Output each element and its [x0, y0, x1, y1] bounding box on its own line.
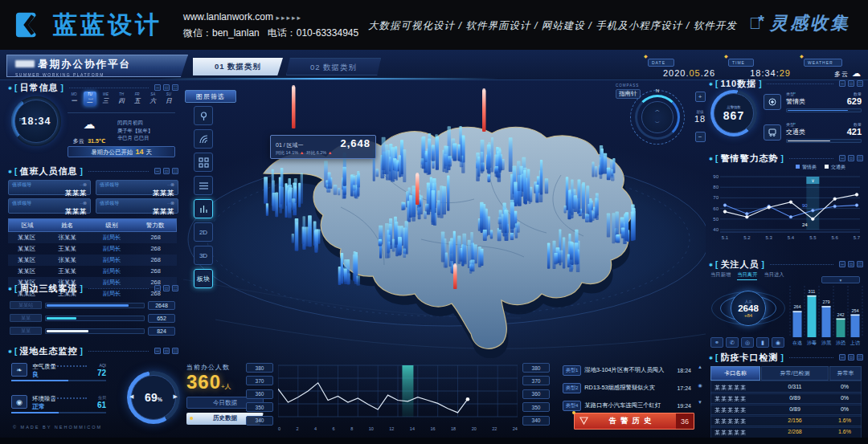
alarm-count: 629: [847, 96, 862, 106]
tab-data-category-1[interactable]: 01 数据类别: [193, 58, 283, 75]
compass-widget: COMPASS 指南针 N ︿ ﹀ + 层级 18 −: [616, 84, 706, 153]
panel-header-focus: ✱[关注人员] ─□⛶: [709, 259, 863, 270]
window-controls[interactable]: ─□⛶: [839, 261, 863, 267]
tab-data-category-2[interactable]: 02 数据类别: [286, 58, 381, 75]
flow-bar-fill: [47, 330, 88, 332]
duty-card[interactable]: 值班领导··⊗ 某某某: [8, 180, 91, 195]
layer-pin-button[interactable]: [194, 106, 213, 125]
weekday-su[interactable]: SU日: [162, 92, 175, 106]
panel-header-110: ✱[110数据] ─□⛶: [709, 78, 863, 89]
alerts-scroll-up[interactable]: ▲: [696, 365, 704, 369]
office-x-tick: 12: [389, 426, 394, 431]
compass-dial[interactable]: N ︿ ﹀: [630, 90, 685, 145]
alert-time: 18:24: [677, 368, 691, 373]
battery-icon[interactable]: ▮: [756, 337, 769, 348]
compass-zh-label: 指南针: [616, 89, 641, 99]
tab-entered-today[interactable]: 当日进入: [764, 271, 784, 280]
office-count-value: 360+人: [186, 371, 231, 393]
logo[interactable]: 蓝蓝设计: [14, 9, 162, 42]
gauge-right-arrow[interactable]: ▶: [174, 393, 178, 400]
office-y-tick: 370: [522, 376, 550, 385]
weekday-fr[interactable]: FR五: [131, 92, 144, 106]
flow-bar-row: 某某 652: [10, 313, 175, 323]
duty-card[interactable]: 值班领导··⊗ 某某某: [8, 198, 91, 214]
panel-header-checkpoint: ✱[防疫卡口检测] ─□⛶: [709, 352, 863, 363]
services-text: 大数据可视化设计 / 软件界面设计 / 网站建设 / 手机及小程序设计 / 软件…: [368, 19, 737, 33]
weekday-tu-active[interactable]: TU二: [84, 92, 96, 106]
layer-radar-button[interactable]: [194, 129, 213, 149]
window-controls[interactable]: ─□⛶: [154, 168, 178, 174]
window-controls[interactable]: ─□⛶: [154, 348, 178, 354]
focus-bar-chart: 264在逃311涉毒279涉黑242涉恐254上访: [789, 284, 863, 348]
target-icon[interactable]: ◎: [741, 337, 754, 348]
leaf-icon: ❧: [11, 363, 27, 377]
zoom-out-button[interactable]: −: [695, 132, 706, 142]
clock-time: 18:34: [11, 96, 61, 146]
sparkle-star-icon: ✧⃰: [749, 14, 764, 33]
tab-new-today[interactable]: 当日新增: [710, 271, 731, 280]
weekday-th[interactable]: TH四: [115, 92, 128, 106]
svg-text:5.5: 5.5: [809, 235, 817, 240]
focus-delta: +84: [744, 313, 752, 318]
traffic-count: 421: [847, 127, 862, 136]
compass-up-arrow[interactable]: ︿: [655, 107, 660, 114]
app-root: 蓝蓝设计 www.lanlanwork.com ▸▸▸▸▸ 微信：ben_lan…: [0, 0, 868, 444]
window-controls[interactable]: ─□⛶: [154, 285, 178, 291]
alert-history-button[interactable]: 告警历史 36: [574, 413, 694, 430]
phone-icon[interactable]: ✆: [726, 337, 739, 348]
checkpoint-table-header: 卡口名称 异常/已检测 异常率: [710, 366, 862, 381]
cuffs-icon[interactable]: ⚭: [710, 337, 723, 348]
office-x-tick: 20: [472, 426, 477, 431]
window-controls[interactable]: ─□⛶: [839, 354, 863, 360]
weekday-we[interactable]: WE三: [99, 92, 112, 106]
office-y-tick: 350: [246, 402, 273, 412]
window-controls[interactable]: ─□⛶: [839, 155, 863, 161]
alert-row[interactable]: 类型1 湿地3-104片区有不明人员闯入 18:24: [563, 363, 691, 377]
layer-2d-button[interactable]: 2D: [194, 222, 213, 242]
duty-card[interactable]: 值班领导··⊗ 某某某: [96, 180, 178, 195]
date-label: DATE: [648, 59, 674, 67]
office-x-tick: 16: [430, 426, 435, 431]
platform-title-block: 暑期办公协作平台 SUMMER WORKING PLATFORM: [6, 55, 188, 77]
alert-row[interactable]: 类型4 某路口有小汽车连闯三个红灯 19:24: [563, 398, 691, 413]
tab-left-today[interactable]: 当日离开: [737, 271, 757, 280]
window-controls[interactable]: ─□⛶: [154, 84, 178, 91]
svg-text:上访: 上访: [850, 340, 860, 345]
alerts-scroll-down[interactable]: ▼: [696, 400, 704, 405]
platform-title: 暑期办公协作平台: [38, 59, 131, 70]
table-row[interactable]: 某某区张某某副局长268: [8, 232, 177, 243]
collect-link[interactable]: ✧⃰ 灵感收集: [749, 11, 850, 35]
alerts-scroll-dot[interactable]: ◉: [696, 382, 704, 388]
website-link[interactable]: www.lanlanwork.com: [183, 11, 273, 22]
duty-card[interactable]: 值班领导··⊗ 某某某: [96, 198, 178, 214]
flow-bar-track: [45, 328, 145, 334]
window-controls[interactable]: ─□⛶: [839, 80, 863, 87]
svg-text:311: 311: [809, 289, 816, 294]
trend-line-chart: 908070605040∨90245.15.25.35.45.55.65.7: [710, 172, 862, 249]
flow-bar-fill: [47, 317, 76, 320]
table-row[interactable]: 某某区王某某副局长268: [8, 266, 177, 277]
time-tag: ◆ TIME 18:34:29: [728, 53, 791, 74]
layer-barchart-button[interactable]: [194, 199, 213, 218]
layer-block-button[interactable]: 板块: [194, 269, 213, 288]
layer-3d-button[interactable]: 3D: [194, 246, 213, 265]
office-y-tick: 380: [522, 363, 550, 373]
layer-list-button[interactable]: [194, 176, 213, 195]
flow-value: 2648: [148, 301, 175, 310]
svg-text:5.1: 5.1: [722, 235, 729, 240]
svg-text:80: 80: [713, 185, 719, 189]
table-row[interactable]: 某某区张某某副局长268: [8, 255, 177, 266]
office-y-axis-right: 380370360350340: [522, 363, 550, 429]
zoom-in-button[interactable]: +: [695, 92, 706, 102]
flow-bar-track: [45, 303, 145, 308]
layer-cluster-button[interactable]: [194, 153, 213, 172]
alert-row[interactable]: 类型2 RD13-53烟感报警疑似火灾 17:24: [563, 381, 691, 395]
eye-icon[interactable]: ◉: [772, 337, 784, 348]
office-y-tick: 370: [246, 376, 273, 385]
weekday-mo[interactable]: MO一: [68, 92, 80, 106]
weekday-sa[interactable]: SA六: [146, 92, 159, 106]
table-row[interactable]: 某某区王某某副局长268: [8, 243, 177, 255]
compass-down-arrow[interactable]: ﹀: [655, 120, 660, 127]
svg-text:5.4: 5.4: [788, 235, 795, 240]
focus-dropdown[interactable]: ▾: [821, 276, 860, 283]
